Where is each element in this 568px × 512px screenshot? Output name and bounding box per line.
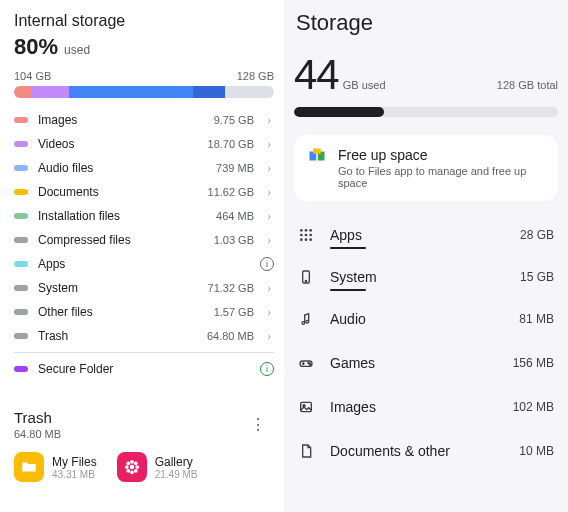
percent-label: used [64, 43, 90, 57]
svg-point-12 [300, 229, 303, 232]
more-button[interactable]: ⋮ [242, 411, 274, 438]
svg-point-17 [309, 234, 312, 237]
category-size: 11.62 GB [208, 186, 254, 198]
category-row[interactable]: Documents & other10 MB [294, 429, 558, 473]
svg-point-23 [302, 322, 305, 325]
svg-point-27 [309, 364, 310, 365]
color-dot [14, 366, 28, 372]
category-label: Games [330, 355, 499, 371]
storage-bar-fill [294, 107, 384, 117]
category-size: 81 MB [519, 312, 554, 326]
svg-point-0 [129, 465, 134, 470]
category-row[interactable]: System71.32 GB› [14, 276, 274, 300]
category-label: Trash [38, 329, 197, 343]
category-row[interactable]: Documents11.62 GB› [14, 180, 274, 204]
svg-point-7 [126, 469, 130, 473]
category-row[interactable]: Games156 MB [294, 341, 558, 385]
internal-storage-pane: Internal storage 80% used 104 GB 128 GB … [0, 0, 284, 512]
trash-app[interactable]: Gallery21.49 MB [117, 452, 198, 482]
free-up-space-card[interactable]: Free up space Go to Files app to manage … [294, 135, 558, 201]
svg-rect-28 [301, 402, 312, 411]
svg-point-8 [134, 469, 138, 473]
category-label: Apps [38, 257, 250, 271]
category-row[interactable]: Trash64.80 MB› [14, 324, 274, 348]
svg-rect-11 [313, 149, 321, 154]
used-label: 104 GB [14, 70, 51, 82]
category-size: 739 MB [216, 162, 254, 174]
usage-percent: 80% used [14, 34, 274, 60]
note-icon [298, 311, 316, 327]
color-dot [14, 165, 28, 171]
folder-icon [14, 452, 44, 482]
category-size: 64.80 MB [207, 330, 254, 342]
category-size: 15 GB [520, 270, 554, 284]
page-title: Internal storage [14, 12, 274, 30]
grid-icon [298, 227, 316, 243]
game-icon [298, 355, 316, 371]
info-icon[interactable]: i [260, 257, 274, 271]
color-dot [14, 261, 28, 267]
color-dot [14, 285, 28, 291]
info-icon[interactable]: i [260, 362, 274, 376]
category-row[interactable]: Appsi [14, 252, 274, 276]
app-name: My Files [52, 455, 97, 469]
percent-value: 80% [14, 34, 58, 60]
chevron-right-icon: › [264, 282, 274, 294]
trash-header: Trash 64.80 MB ⋮ [14, 409, 274, 440]
trash-app[interactable]: My Files43.31 MB [14, 452, 97, 482]
svg-point-13 [305, 229, 308, 232]
flower-icon [117, 452, 147, 482]
color-dot [14, 213, 28, 219]
category-label: Images [330, 399, 499, 415]
app-size: 43.31 MB [52, 469, 97, 480]
capacity-row: 104 GB 128 GB [14, 70, 274, 82]
category-size: 18.70 GB [208, 138, 254, 150]
svg-point-24 [306, 320, 309, 323]
image-icon [298, 399, 316, 415]
svg-point-15 [300, 234, 303, 237]
svg-point-16 [305, 234, 308, 237]
trash-apps: My Files43.31 MBGallery21.49 MB [14, 452, 274, 482]
category-row[interactable]: Images9.75 GB› [14, 108, 274, 132]
color-dot [14, 333, 28, 339]
category-row[interactable]: Videos18.70 GB› [14, 132, 274, 156]
category-row[interactable]: System15 GB [294, 255, 558, 299]
category-label: Apps [330, 227, 506, 243]
chevron-right-icon: › [264, 330, 274, 342]
category-list: Apps28 GBSystem15 GBAudio81 MBGames156 M… [294, 213, 558, 473]
color-dot [14, 117, 28, 123]
phone-icon [298, 269, 316, 285]
trash-title: Trash [14, 409, 61, 426]
category-row[interactable]: Other files1.57 GB› [14, 300, 274, 324]
chevron-right-icon: › [264, 234, 274, 246]
category-label: System [38, 281, 198, 295]
category-size: 1.03 GB [214, 234, 254, 246]
category-label: System [330, 269, 506, 285]
category-size: 10 MB [519, 444, 554, 458]
category-bar [330, 247, 366, 249]
category-row[interactable]: Audio81 MB [294, 297, 558, 341]
category-label: Videos [38, 137, 198, 151]
used-amount: 44 [294, 51, 339, 99]
svg-point-1 [130, 460, 134, 464]
free-up-subtitle: Go to Files app to manage and free up sp… [338, 165, 544, 189]
usage-summary: 44 GB used 128 GB total [294, 51, 558, 99]
trash-size: 64.80 MB [14, 428, 61, 440]
color-dot [14, 237, 28, 243]
chevron-right-icon: › [264, 114, 274, 126]
category-row[interactable]: Images102 MB [294, 385, 558, 429]
category-label: Audio files [38, 161, 206, 175]
category-label: Other files [38, 305, 204, 319]
color-dot [14, 309, 28, 315]
secure-folder-row[interactable]: Secure Folder i [14, 357, 274, 381]
category-row[interactable]: Audio files739 MB› [14, 156, 274, 180]
category-row[interactable]: Apps28 GB [294, 213, 558, 257]
category-row[interactable]: Installation files464 MB› [14, 204, 274, 228]
category-label: Compressed files [38, 233, 204, 247]
app-name: Gallery [155, 455, 198, 469]
chevron-right-icon: › [264, 138, 274, 150]
category-row[interactable]: Compressed files1.03 GB› [14, 228, 274, 252]
category-size: 9.75 GB [214, 114, 254, 126]
svg-point-20 [309, 238, 312, 241]
category-size: 28 GB [520, 228, 554, 242]
